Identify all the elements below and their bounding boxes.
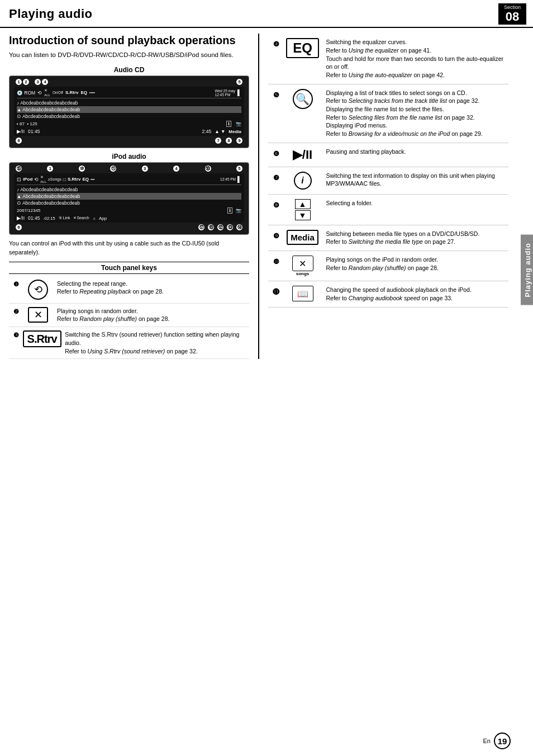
right-key-desc-10: Playing songs on the iPod in random orde… [326, 256, 439, 272]
page-en-label: En [483, 738, 491, 744]
right-key-icon-shuffle-songs: ✕ songs [284, 256, 322, 276]
right-key-row-6: ❻ ▶/II Pausing and starting playback. [268, 143, 509, 167]
ipod-bottom-nums: 6 ⑰ ⑯ ⑫ ⑬ ⑭ [14, 224, 244, 231]
key-icon-shuffle: ✕ [23, 307, 53, 323]
folder-arrows-icon: ▲ ▼ [295, 199, 311, 220]
arrow-up-icon: ▲ [295, 199, 311, 209]
play-pause-icon: ▶/II [293, 148, 312, 162]
audio-cd-ui: 💿 ROM ⟲ ✕ALL On/Off S.Rtrv EQ ▪▪▪▪ Wed 2… [14, 87, 244, 136]
ipod-audio-diagram: ⑮ 1 ⑩ ⑪ 3 4 ⑱ 5 ⊡ iPod ⟲ ✕ALL ≥Songs □ S… [9, 162, 249, 235]
right-key-desc-5: Displaying a list of track titles to sel… [326, 89, 483, 138]
main-content: Introduction of sound playback operation… [0, 28, 533, 365]
right-key-row-4: ❹ EQ Switching the equalizer curves. Ref… [268, 34, 509, 84]
info-icon: i [294, 172, 312, 190]
ipod-count-row: 2067/12345 ℹ 📷 [17, 207, 241, 214]
right-key-num-11: ⓫ [268, 286, 279, 296]
ipod-playback-row: ▶/II 01:45 -02:15 ⑤ Link ✕Search ♫ App [17, 215, 241, 221]
cd-track1: ♪ Abcdeabcdeabcdeabcdeab [17, 100, 241, 106]
right-key-desc-4: Switching the equalizer curves. Refer to… [326, 38, 509, 79]
right-key-desc-7: Switching the text information to displa… [326, 172, 509, 188]
key-num-3: ❸ [9, 330, 19, 339]
cd-playback-row: ▶/II 01:45 2:45 ▲ ▼ Media [17, 129, 241, 134]
cd-track3: ⊙ Abcdeabcdeabcdeabcdeab [17, 113, 241, 120]
right-key-desc-9: Switching between media file types on a … [326, 230, 480, 246]
right-key-num-7: ❼ [268, 172, 279, 182]
right-key-num-5: ❺ [268, 89, 279, 99]
left-column: Introduction of sound playback operation… [9, 34, 249, 359]
right-column: ❹ EQ Switching the equalizer curves. Ref… [268, 34, 525, 359]
ipod-track3: ⊙ Abcdeabcdeabcdeabcdeab [17, 200, 241, 206]
section-number: 08 [506, 10, 519, 23]
right-key-row-10: ❿ ✕ songs Playing songs on the iPod in r… [268, 251, 509, 281]
ipod-track1: ♪ Abcdeabcdeabcdeabcdeab [17, 186, 241, 193]
right-key-icon-media: Media [284, 230, 322, 245]
side-tab: Playing audio [521, 235, 533, 305]
intro-subtext: You can listen to DVD-R/DVD-RW/CD/CD-R/C… [9, 50, 249, 59]
ipod-control-text: You can control an iPod with this unit b… [9, 239, 249, 257]
key-num-2: ❷ [9, 307, 19, 315]
right-key-row-9: ❾ Media Switching between media file typ… [268, 225, 509, 251]
key-desc-1: Selecting the repeat range.Refer to Repe… [57, 280, 164, 296]
cd-top-bar: 💿 ROM ⟲ ✕ALL On/Off S.Rtrv EQ ▪▪▪▪ Wed 2… [17, 88, 241, 98]
right-key-icon-playpause: ▶/II [284, 148, 322, 162]
key-row-2: ❷ ✕ Playing songs in random order.Refer … [9, 304, 249, 327]
key-desc-3: Switching the S.Rtrv (sound retriever) f… [65, 330, 249, 355]
ipod-audio-label: iPod audio [9, 153, 249, 160]
right-key-icon-search: 🔍 [284, 89, 322, 109]
right-key-num-10: ❿ [268, 256, 279, 266]
arrow-down-icon: ▼ [295, 210, 311, 220]
srtrv-icon: S.Rtrv [23, 330, 61, 347]
eq-icon: EQ [286, 38, 319, 58]
audio-cd-diagram: 1 2 3 4 5 💿 ROM ⟲ ✕ALL On/Off S.Rtrv EQ … [9, 75, 249, 148]
audiobook-icon: 📖 [292, 286, 313, 301]
repeat-icon: ⟲ [28, 280, 48, 300]
key-icon-srtrv: S.Rtrv [23, 330, 60, 347]
page-title: Playing audio [9, 7, 93, 21]
right-key-row-11: ⓫ 📖 Changing the speed of audiobook play… [268, 281, 509, 307]
search-icon: 🔍 [293, 89, 313, 109]
ipod-top-nums: ⑮ 1 ⑩ ⑪ 3 4 ⑱ 5 [14, 165, 244, 172]
ipod-ui: ⊡ iPod ⟲ ✕ALL ≥Songs □ S.Rtrv EQ ▪▪▪ 12:… [14, 173, 244, 223]
right-key-row-5: ❺ 🔍 Displaying a list of track titles to… [268, 84, 509, 143]
column-divider [258, 34, 259, 359]
right-key-num-4: ❹ [268, 38, 279, 48]
shuffle-songs-icon: ✕ songs [292, 256, 313, 276]
cd-info-row: ▪ 87 ▪ 125 ℹ 📷 [17, 121, 241, 127]
audio-cd-bottom-nums: 6 7 8 9 [14, 137, 244, 144]
key-num-1: ❶ [9, 280, 19, 288]
intro-heading: Introduction of sound playback operation… [9, 34, 249, 47]
key-row-3: ❸ S.Rtrv Switching the S.Rtrv (sound ret… [9, 327, 249, 359]
right-key-num-9: ❾ [268, 230, 279, 240]
cd-track2: ▲ Abcdeabcdeabcdeabcdeab [17, 106, 241, 113]
key-row-1: ❶ ⟲ Selecting the repeat range.Refer to … [9, 276, 249, 304]
right-key-row-7: ❼ i Switching the text information to di… [268, 167, 509, 195]
right-key-desc-11: Changing the speed of audiobook playback… [326, 286, 472, 302]
ipod-top-bar: ⊡ iPod ⟲ ✕ALL ≥Songs □ S.Rtrv EQ ▪▪▪ 12:… [17, 175, 241, 185]
right-key-desc-6: Pausing and starting playback. [326, 148, 406, 156]
ipod-track2: ▲ Abcdeabcdeabcdeabcdeab [17, 193, 241, 200]
page-header: Playing audio Section 08 [0, 0, 533, 28]
right-key-num-8: ❽ [268, 199, 279, 209]
audio-cd-label: Audio CD [9, 66, 249, 74]
right-key-desc-8: Selecting a folder. [326, 199, 373, 207]
page-footer: En 19 [483, 733, 511, 749]
section-badge: Section 08 [498, 3, 526, 25]
key-desc-2: Playing songs in random order.Refer to R… [57, 307, 169, 323]
right-key-icon-info: i [284, 172, 322, 190]
right-key-icon-folder: ▲ ▼ [284, 199, 322, 220]
media-icon: Media [287, 230, 318, 245]
audio-cd-top-nums: 1 2 3 4 5 [14, 78, 244, 86]
page-number: 19 [494, 733, 511, 749]
right-key-icon-audiobook: 📖 [284, 286, 322, 301]
touch-panel-title: Touch panel keys [9, 262, 249, 274]
right-key-num-6: ❻ [268, 148, 279, 158]
key-icon-repeat: ⟲ [23, 280, 53, 300]
right-key-icon-eq: EQ [284, 38, 322, 58]
shuffle-icon: ✕ [28, 307, 48, 323]
right-key-row-8: ❽ ▲ ▼ Selecting a folder. [268, 195, 509, 225]
